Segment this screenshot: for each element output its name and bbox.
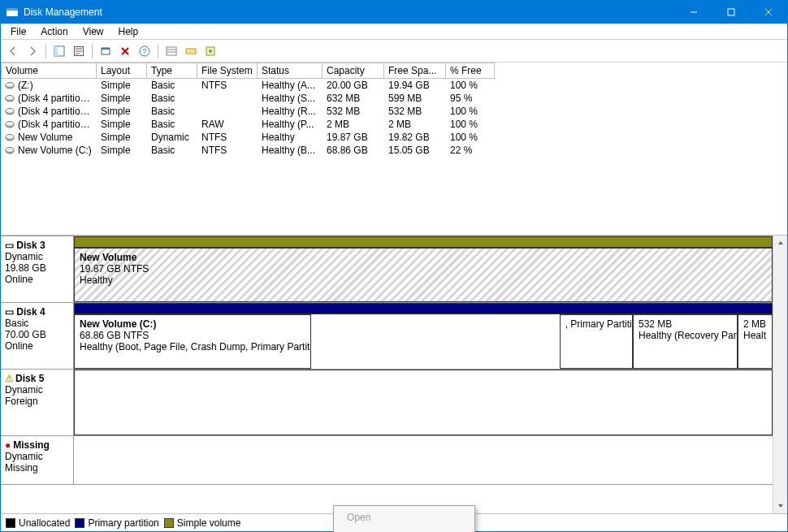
disk-management-window: { "titlebar": { "title": "Disk Managemen…	[0, 0, 788, 532]
back-button[interactable]	[4, 42, 22, 60]
disk-state: Foreign	[5, 396, 69, 407]
col-fs[interactable]: File System	[197, 63, 258, 79]
col-layout[interactable]: Layout	[97, 63, 147, 79]
cell-volume: (Disk 4 partition 3)	[1, 105, 97, 118]
partition[interactable]: 532 MBHealthy (Recovery Partition)	[633, 314, 738, 369]
volume-row[interactable]: (Disk 4 partition 2)SimpleBasicHealthy (…	[1, 92, 787, 105]
empty-partition[interactable]	[74, 370, 773, 435]
disk-body: New Volume (C:)68.86 GB NTFSHealthy (Boo…	[74, 303, 773, 369]
svg-point-13	[209, 50, 212, 53]
partition[interactable]: 2 MBHealt	[738, 314, 773, 369]
menu-help[interactable]: Help	[112, 24, 145, 39]
disk-name: Disk 3	[16, 240, 45, 251]
volume-row[interactable]: New VolumeSimpleDynamicNTFSHealthy19.87 …	[1, 131, 787, 144]
legend-unallocated: Unallocated	[6, 517, 70, 529]
col-free[interactable]: Free Spa...	[384, 63, 446, 79]
disk-row-disk5: Disk 5 Dynamic Foreign	[1, 370, 773, 436]
disk-body	[74, 436, 773, 484]
toolbar-sep	[45, 44, 46, 58]
menubar: File Action View Help	[1, 24, 787, 40]
scroll-up-icon[interactable]	[773, 236, 787, 250]
cell-fs: NTFS	[197, 144, 258, 157]
disk-size: 19.88 GB	[5, 262, 69, 274]
volume-list: Volume Layout Type File System Status Ca…	[1, 63, 787, 236]
col-pct[interactable]: % Free	[446, 63, 495, 79]
partition-status: Healthy	[80, 275, 767, 286]
list-button[interactable]	[162, 42, 180, 60]
disk-kind: Dynamic	[5, 384, 69, 396]
disk-name: Disk 5	[15, 373, 44, 384]
disk-name: Missing	[13, 439, 50, 451]
context-menu: Open Explore Extend Volume... Shrink Vol…	[333, 505, 475, 532]
partition-size: 532 MB	[639, 318, 732, 330]
cell-fs	[197, 105, 258, 118]
cell-fs	[197, 92, 258, 105]
settings-button[interactable]	[201, 42, 219, 60]
ctx-open: Open	[336, 508, 473, 527]
col-volume[interactable]: Volume	[1, 63, 97, 79]
vertical-scrollbar[interactable]	[773, 236, 787, 513]
col-status[interactable]: Status	[258, 63, 323, 79]
window-title: Disk Management	[24, 6, 675, 18]
menu-file[interactable]: File	[4, 24, 32, 39]
cell-pct: 100 %	[446, 118, 495, 131]
menu-action[interactable]: Action	[34, 24, 74, 39]
cell-type: Basic	[147, 144, 197, 157]
cell-capacity: 20.00 GB	[323, 79, 384, 92]
volume-list-body[interactable]: (Z:)SimpleBasicNTFSHealthy (A...20.00 GB…	[1, 79, 787, 235]
properties-button[interactable]	[70, 42, 88, 60]
volume-row[interactable]: (Disk 4 partition 3)SimpleBasicHealthy (…	[1, 105, 787, 118]
cell-volume: New Volume	[1, 131, 97, 144]
cell-free: 19.82 GB	[384, 131, 446, 144]
partition-status: Healt	[743, 330, 767, 341]
disk-state: Missing	[5, 462, 69, 474]
titlebar: Disk Management	[1, 1, 787, 24]
cell-type: Basic	[147, 118, 197, 131]
cell-fs: RAW	[197, 118, 258, 131]
close-button[interactable]	[750, 1, 787, 24]
cell-pct: 100 %	[446, 105, 495, 118]
disk-label[interactable]: Missing Dynamic Missing	[1, 436, 74, 484]
ctx-explore: Explore	[336, 527, 473, 532]
cell-layout: Simple	[97, 79, 147, 92]
disk-row-missing: Missing Dynamic Missing	[1, 436, 773, 485]
partition-name: New Volume (C:)	[80, 318, 305, 330]
cell-status: Healthy (B...	[258, 144, 323, 157]
disk-label[interactable]: ▭ Disk 4 Basic 70.00 GB Online	[1, 303, 74, 369]
volume-row[interactable]: (Z:)SimpleBasicNTFSHealthy (A...20.00 GB…	[1, 79, 787, 92]
cell-capacity: 19.87 GB	[323, 131, 384, 144]
refresh-button[interactable]	[97, 42, 115, 60]
col-capacity[interactable]: Capacity	[323, 63, 384, 79]
forward-button[interactable]	[24, 42, 41, 60]
disk-label[interactable]: ▭ Disk 3 Dynamic 19.88 GB Online	[1, 236, 74, 302]
partition[interactable]: New Volume19.87 GB NTFSHealthy	[74, 248, 773, 302]
disk-kind: Dynamic	[5, 251, 69, 262]
cell-pct: 95 %	[446, 92, 495, 105]
minimize-button[interactable]	[675, 1, 712, 24]
partition[interactable]: New Volume (C:)68.86 GB NTFSHealthy (Boo…	[74, 314, 311, 369]
disk-label[interactable]: Disk 5 Dynamic Foreign	[1, 370, 74, 435]
cell-pct: 100 %	[446, 131, 495, 144]
graphical-button[interactable]	[182, 42, 200, 60]
svg-text:?: ?	[142, 47, 146, 55]
cell-fs: NTFS	[197, 79, 258, 92]
disks-container: ▭ Disk 3 Dynamic 19.88 GB Online New Vol…	[1, 236, 773, 513]
maximize-button[interactable]	[712, 1, 750, 24]
cell-volume: (Z:)	[1, 79, 97, 92]
col-type[interactable]: Type	[147, 63, 197, 79]
cell-status: Healthy	[258, 131, 323, 144]
delete-button[interactable]	[116, 42, 134, 60]
menu-view[interactable]: View	[76, 24, 110, 39]
svg-point-25	[6, 148, 14, 153]
volume-list-header: Volume Layout Type File System Status Ca…	[1, 63, 787, 79]
volume-row[interactable]: New Volume (C:)SimpleBasicNTFSHealthy (B…	[1, 144, 787, 157]
scroll-down-icon[interactable]	[773, 499, 787, 513]
scroll-track[interactable]	[773, 250, 787, 499]
disk-row-disk4: ▭ Disk 4 Basic 70.00 GB Online New Volum…	[1, 303, 773, 370]
partition[interactable]: , Primary Partition)	[560, 314, 633, 369]
show-hide-tree-button[interactable]	[50, 42, 68, 60]
svg-rect-4	[54, 46, 58, 56]
svg-point-23	[6, 135, 14, 140]
volume-row[interactable]: (Disk 4 partition 4)SimpleBasicRAWHealth…	[1, 118, 787, 131]
help-button[interactable]: ?	[136, 42, 154, 60]
